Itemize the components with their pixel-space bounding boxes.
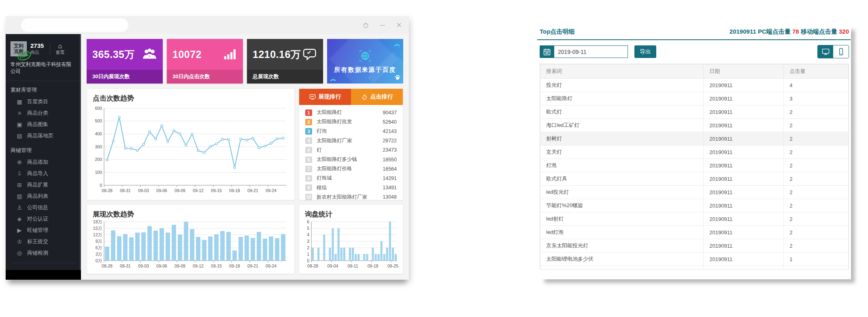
column-header[interactable]: 点击量 [784, 64, 849, 79]
rank-value: 23473 [383, 147, 397, 153]
column-header[interactable]: 搜索词 [540, 64, 704, 79]
rank-value: 14291 [383, 176, 397, 181]
stat-card-0[interactable]: 365.35万30日内展现次数 [87, 39, 163, 84]
sidebar-item-公司信息[interactable]: ♙公司信息 [6, 202, 81, 213]
presentation-rank-icon [309, 94, 316, 100]
baidu-source-banner[interactable]: ︽︽所有数据来源于百度 [327, 39, 403, 84]
sidebar-item-对公认证[interactable]: ◈对公认证 [6, 213, 81, 225]
table-cell: 20190911 [704, 92, 784, 105]
stat-card-top: 10072 [167, 39, 243, 70]
table-row[interactable]: 欧式灯201909112 [540, 105, 849, 119]
sidebar-item-商品图集[interactable]: ▣商品图集 [6, 119, 81, 130]
sidebar-item-label: 商品分类 [27, 109, 48, 117]
landing-page-icon: ▤ [16, 133, 23, 139]
table-row[interactable]: 投光灯201909114 [540, 79, 849, 92]
window-titlebar[interactable]: ─ × [6, 16, 409, 34]
stat-card-2[interactable]: 1210.16万总展现次数 [247, 39, 323, 84]
sidebar-item-商品落地页[interactable]: ▤商品落地页 [6, 130, 81, 141]
table-row[interactable]: 太阳能锂电池多少伏201909111 [540, 253, 849, 266]
rank-row[interactable]: 6太阳能路灯多少钱18550 [300, 155, 402, 164]
table-row[interactable]: led投光灯201909112 [540, 186, 849, 199]
sidebar-item-标王提交[interactable]: ♔标王提交 [6, 236, 81, 247]
date-input[interactable] [554, 45, 628, 58]
device-toggle [817, 45, 849, 58]
table-row[interactable]: 太阳能路灯201909113 [540, 92, 849, 105]
rank-value: 18550 [383, 157, 397, 163]
rank-term: 新农村太阳能路灯厂家 [317, 194, 383, 201]
tab-impression-rank[interactable]: 展现排行 [299, 89, 351, 105]
svg-text:9万: 9万 [96, 239, 102, 244]
rank-row[interactable]: 4太阳能路灯厂家28722 [300, 136, 402, 146]
rank-badge: 7 [305, 166, 312, 172]
svg-text:0万: 0万 [96, 258, 102, 263]
column-header[interactable]: 日期 [704, 64, 784, 79]
table-row[interactable]: 京东太阳能投光灯201909112 [540, 239, 849, 253]
svg-text:2: 2 [307, 245, 309, 250]
sidebar-divider [11, 263, 76, 263]
globe-scan-icon [334, 49, 396, 64]
sidebar-bottom-strip [6, 270, 81, 280]
export-button[interactable]: 导出 [634, 45, 656, 58]
table-cell: led灯泡 [540, 226, 704, 239]
sidebar-item-百度类目[interactable]: ▦百度类目 [6, 96, 81, 107]
sidebar-item-商品分类[interactable]: ≡商品分类 [6, 107, 81, 119]
rank-row[interactable]: 8灯饰城14291 [300, 173, 402, 183]
table-row[interactable]: led灯泡201909112 [540, 226, 849, 239]
sidebar-item-商品扩展[interactable]: ⊞商品扩展 [6, 179, 81, 191]
table-row[interactable]: 节能灯%20螺旋201909112 [540, 199, 849, 212]
sidebar-item-商铺检测[interactable]: ◎商铺检测 [6, 247, 81, 259]
rank-row[interactable]: 3灯泡42143 [300, 126, 402, 136]
rank-tabs: 展现排行 点击排行 [299, 89, 403, 105]
people-icon [142, 47, 157, 61]
svg-text:09-11: 09-11 [347, 263, 358, 268]
home-button[interactable]: ⌂ 首页 [55, 43, 64, 55]
svg-text:500: 500 [95, 118, 102, 123]
window-controls: ─ × [363, 16, 402, 34]
svg-text:08-28: 08-28 [102, 263, 113, 268]
rank-row[interactable]: 10新农村太阳能路灯厂家13048 [300, 193, 402, 202]
rank-row[interactable]: 7太阳能路灯价格16564 [300, 164, 402, 173]
table-row[interactable]: 欧式灯具201909112 [540, 172, 849, 186]
close-icon[interactable]: × [396, 21, 402, 30]
mobile-toggle-button[interactable] [833, 45, 849, 58]
pc-toggle-button[interactable] [818, 45, 833, 58]
logo-text-line1: 艾利 [14, 43, 23, 49]
table-row[interactable]: 射树灯201909112 [540, 132, 849, 146]
chat-bubble-icon [302, 47, 317, 61]
rank-term: 太阳能路灯厂家 [317, 137, 383, 144]
calendar-button[interactable] [540, 45, 554, 58]
svg-text:08-28: 08-28 [102, 188, 113, 193]
shop-logo[interactable]: 艾利 克斯 已认证 [11, 41, 27, 56]
table-row[interactable]: led射灯201909112 [540, 212, 849, 226]
svg-text:09-15: 09-15 [211, 188, 222, 193]
rank-row[interactable]: 2太阳能路灯批发52640 [300, 117, 402, 126]
stat-card-value: 1210.16万 [253, 48, 301, 61]
mobile-click-value: 320 [839, 28, 849, 35]
rank-term: 灯 [317, 147, 383, 154]
chevron-up-icon: ︽ [394, 42, 400, 45]
rank-row[interactable]: 1太阳能路灯90437 [300, 108, 402, 117]
sidebar-item-商品添加[interactable]: ⊕商品添加 [6, 156, 81, 168]
table-cell: 2 [784, 172, 849, 186]
svg-text:1: 1 [307, 252, 309, 257]
minimize-icon[interactable]: ─ [380, 22, 385, 29]
power-icon[interactable] [363, 22, 369, 28]
stat-card-1[interactable]: 1007230日内点击次数 [167, 39, 243, 84]
sidebar-scrollbar[interactable] [80, 34, 81, 270]
window-body: 艾利 克斯 已认证 2735 商品 ⌂ 首页 常州艾利克斯电子科技有限公司 素材… [6, 34, 409, 280]
table-cell-empty [784, 266, 849, 270]
svg-text:09-21: 09-21 [247, 263, 258, 268]
table-cell: 20190911 [704, 159, 784, 172]
rank-row[interactable]: 5灯23473 [300, 146, 402, 155]
tab-click-rank[interactable]: 点击排行 [351, 89, 403, 105]
table-cell: 射树灯 [540, 132, 704, 146]
svg-text:09-12: 09-12 [193, 188, 204, 193]
table-row[interactable]: 灯泡201909112 [540, 159, 849, 172]
sidebar-item-商品导入[interactable]: ⇩商品导入 [6, 168, 81, 179]
sidebar-item-旺铺管理[interactable]: ▶旺铺管理 [6, 225, 81, 236]
sidebar-item-商品列表[interactable]: ▥商品列表 [6, 191, 81, 202]
click-detail-table-wrap[interactable]: 搜索词日期点击量 投光灯201909114太阳能路灯201909113欧式灯20… [540, 64, 849, 270]
rank-row[interactable]: 9模组13491 [300, 183, 402, 193]
table-row[interactable]: 海口led工矿灯201909112 [540, 119, 849, 132]
table-row[interactable]: 玄关灯201909112 [540, 146, 849, 159]
